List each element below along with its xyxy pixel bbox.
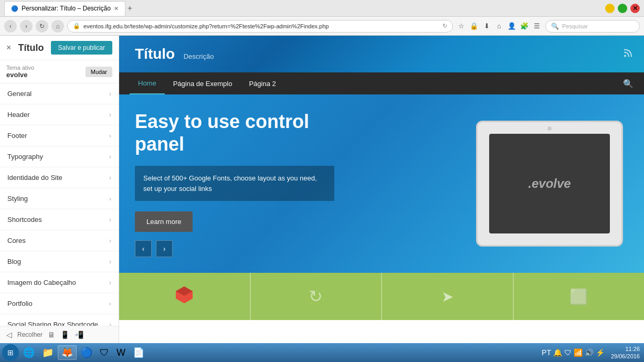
nav-item-home[interactable]: Home (130, 72, 165, 94)
new-tab-button[interactable]: + (128, 4, 132, 13)
evolve-brand-text: .evolve (528, 176, 571, 191)
hero-subtitle: Select of 500+ Google Fonts, choose layo… (135, 166, 334, 201)
tablet-camera (547, 126, 552, 131)
tray-icon-2[interactable]: 🛡 (564, 348, 572, 357)
theme-name: evolve (6, 71, 34, 79)
prev-slide-button[interactable]: ‹ (135, 240, 152, 257)
chevron-right-icon: › (109, 132, 111, 140)
tab-close-icon[interactable]: ✕ (114, 5, 119, 12)
sidebar-item-blog[interactable]: Blog › (0, 251, 119, 272)
site-description: Descrição (184, 52, 214, 60)
chevron-right-icon: › (109, 279, 111, 286)
sidebar-item-typography[interactable]: Typography › (0, 146, 119, 167)
sidebar-close-button[interactable]: × (6, 43, 11, 52)
sidebar-item-shortcodes[interactable]: Shortcodes › (0, 209, 119, 230)
close-window-button[interactable]: ✕ (630, 4, 640, 13)
chevron-right-icon: › (109, 90, 111, 98)
sidebar-item-portfolio[interactable]: Portfolio › (0, 293, 119, 314)
minimize-button[interactable] (605, 4, 615, 13)
sidebar-item-header[interactable]: Header › (0, 104, 119, 125)
chevron-right-icon: › (109, 195, 111, 203)
lock-icon[interactable]: 🔒 (469, 21, 479, 31)
sidebar-item-general[interactable]: General › (0, 83, 119, 104)
maximize-button[interactable] (618, 4, 627, 13)
website-preview: Título Descrição Home Página de Exemplo … (119, 36, 644, 343)
tray-icon-3[interactable]: 📶 (574, 348, 583, 357)
taskbar: ⊞ 🌐 📁 🦊 🔵 🛡 W 📄 PT 🔔 🛡 📶 🔊 ⚡ 11:26 29/06… (0, 343, 644, 362)
sidebar: × Título Salvar e publicar Tema ativo ev… (0, 36, 119, 343)
next-slide-button[interactable]: › (156, 240, 173, 257)
start-button[interactable]: ⊞ (2, 344, 19, 361)
sidebar-menu: General › Header › Footer › Typography ›… (0, 83, 119, 326)
tablet-screen: .evolve (489, 134, 610, 233)
tray-icon-4[interactable]: 🔊 (585, 348, 594, 357)
feature-card-1 (119, 273, 251, 320)
reload-button[interactable]: ↻ (36, 20, 48, 33)
tab-bar: 🔵 Personalizar: Título – Descrição ✕ + (4, 1, 132, 16)
system-tray: PT 🔔 🛡 📶 🔊 ⚡ (539, 348, 608, 357)
sidebar-item-identidade[interactable]: Identidade do Site › (0, 167, 119, 188)
feature-card-3: ➤ (382, 273, 514, 320)
language-indicator: PT (542, 348, 551, 357)
site-header: Título Descrição (119, 36, 644, 72)
browser-tab[interactable]: 🔵 Personalizar: Título – Descrição ✕ (4, 1, 125, 16)
taskbar-chrome[interactable]: 🔵 (78, 345, 96, 360)
mobile-icon[interactable]: 📲 (75, 331, 83, 339)
tray-icon-1[interactable]: 🔔 (553, 348, 562, 357)
sidebar-item-footer[interactable]: Footer › (0, 125, 119, 146)
change-theme-button[interactable]: Mudar (86, 67, 112, 77)
feature-row: ↻ ➤ ⬜ (119, 273, 644, 320)
download-icon[interactable]: ⬇ (481, 21, 492, 31)
site-nav: Home Página de Exemplo Página 2 🔍 (119, 72, 644, 94)
rss-icon (623, 48, 634, 61)
taskbar-viper[interactable]: 🛡 (97, 345, 112, 360)
tray-icon-5[interactable]: ⚡ (596, 348, 605, 357)
chevron-right-icon: › (109, 216, 111, 223)
chevron-right-icon: › (109, 153, 111, 161)
clock-time: 11:26 (611, 345, 640, 353)
sidebar-title: Título (18, 42, 44, 54)
profile-icon[interactable]: 👤 (506, 21, 517, 31)
browser-home-icon[interactable]: ⌂ (494, 21, 504, 31)
hero-controls: ‹ › (135, 240, 476, 257)
taskbar-misc1[interactable]: 📄 (130, 345, 147, 360)
save-publish-button[interactable]: Salvar e publicar (51, 41, 112, 55)
feature-card-2: ↻ (251, 273, 383, 320)
learn-more-button[interactable]: Learn more (135, 211, 193, 232)
site-title: Título (135, 46, 175, 62)
chevron-right-icon: › (109, 300, 111, 307)
bookmark-icon[interactable]: ☆ (456, 21, 467, 31)
menu-icon[interactable]: ☰ (532, 21, 542, 31)
chevron-right-icon: › (109, 237, 111, 244)
taskbar-ie[interactable]: 🌐 (20, 345, 38, 360)
browser-titlebar: 🔵 Personalizar: Título – Descrição ✕ + ✕ (0, 0, 644, 17)
sidebar-item-imagem[interactable]: Imagem do Cabeçalho › (0, 272, 119, 293)
nav-item-pagina-exemplo[interactable]: Página de Exemplo (165, 72, 241, 94)
taskbar-firefox[interactable]: 🦊 (58, 345, 77, 360)
svg-point-0 (624, 55, 626, 57)
hero-section: Easy to use control panel Select of 500+… (119, 94, 644, 273)
main-layout: × Título Salvar e publicar Tema ativo ev… (0, 36, 644, 343)
taskbar-explorer[interactable]: 📁 (39, 345, 57, 360)
sidebar-item-cores[interactable]: Cores › (0, 230, 119, 251)
address-bar[interactable]: 🔒 eventos.ifg.edu.br/teste/wp-admin/cust… (67, 20, 453, 33)
extension-icon[interactable]: 🧩 (519, 21, 530, 31)
chevron-right-icon: › (109, 321, 111, 326)
desktop-icon[interactable]: 🖥 (48, 331, 55, 339)
collapse-icon[interactable]: ◁ (6, 331, 12, 339)
nav-item-pagina2[interactable]: Página 2 (240, 72, 284, 94)
chevron-right-icon: › (109, 111, 111, 119)
sidebar-item-styling[interactable]: Styling › (0, 188, 119, 209)
clock-date: 29/06/2016 (611, 353, 640, 360)
nav-search-icon[interactable]: 🔍 (623, 79, 634, 89)
chevron-right-icon: › (109, 258, 111, 265)
sidebar-item-social-sharing[interactable]: Social Sharing Box Shortcode › (0, 314, 119, 326)
tablet-icon[interactable]: 📱 (60, 331, 69, 339)
feature-card-4: ⬜ (514, 273, 645, 320)
taskbar-word[interactable]: W (113, 345, 129, 360)
home-button[interactable]: ⌂ (51, 20, 64, 33)
back-button[interactable]: ‹ (4, 20, 17, 33)
forward-button[interactable]: › (20, 20, 33, 33)
search-bar[interactable]: 🔍 Pesquisar (545, 20, 640, 33)
sidebar-header: × Título Salvar e publicar (0, 36, 119, 60)
